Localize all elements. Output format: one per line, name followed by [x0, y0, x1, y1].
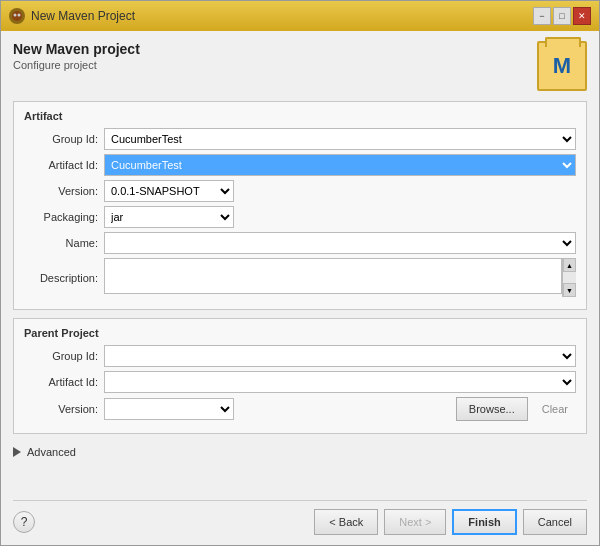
advanced-label[interactable]: Advanced [27, 446, 76, 458]
version-select[interactable]: 0.0.1-SNAPSHOT [104, 180, 234, 202]
parent-section-title: Parent Project [24, 327, 576, 339]
parent-version-row: Version: Browse... Clear [24, 397, 576, 421]
next-button[interactable]: Next > [384, 509, 446, 535]
help-button[interactable]: ? [13, 511, 35, 533]
page-title: New Maven project [13, 41, 140, 57]
browse-button[interactable]: Browse... [456, 397, 528, 421]
parent-version-select[interactable] [104, 398, 234, 420]
parent-artifact-id-label: Artifact Id: [24, 376, 104, 388]
close-button[interactable]: ✕ [573, 7, 591, 25]
parent-panel: Parent Project Group Id: Artifact Id: Ve… [13, 318, 587, 434]
maven-logo-letter: M [553, 53, 571, 79]
description-textarea[interactable] [104, 258, 562, 294]
artifact-panel: Artifact Group Id: CucumberTest Artifact… [13, 101, 587, 310]
group-id-label: Group Id: [24, 133, 104, 145]
window-content: New Maven project Configure project M Ar… [1, 31, 599, 545]
version-row: Version: 0.0.1-SNAPSHOT [24, 180, 576, 202]
name-row: Name: [24, 232, 576, 254]
window-title: New Maven Project [31, 9, 135, 23]
name-select[interactable] [104, 232, 576, 254]
description-scrollbar: ▲ ▼ [562, 258, 576, 297]
cancel-button[interactable]: Cancel [523, 509, 587, 535]
minimize-button[interactable]: − [533, 7, 551, 25]
page-subtitle: Configure project [13, 59, 140, 71]
title-bar: New Maven Project − □ ✕ [1, 1, 599, 31]
group-id-row: Group Id: CucumberTest [24, 128, 576, 150]
parent-group-id-select[interactable] [104, 345, 576, 367]
svg-point-1 [14, 14, 17, 17]
description-row: Description: ▲ ▼ [24, 258, 576, 297]
description-wrapper: ▲ ▼ [104, 258, 576, 297]
artifact-id-label: Artifact Id: [24, 159, 104, 171]
artifact-section-title: Artifact [24, 110, 576, 122]
parent-artifact-id-row: Artifact Id: [24, 371, 576, 393]
advanced-section: Advanced [13, 442, 587, 462]
title-bar-left: New Maven Project [9, 8, 135, 24]
footer-right: < Back Next > Finish Cancel [314, 509, 587, 535]
parent-version-label: Version: [24, 403, 104, 415]
packaging-select[interactable]: jar [104, 206, 234, 228]
app-icon [9, 8, 25, 24]
parent-group-id-row: Group Id: [24, 345, 576, 367]
artifact-id-select[interactable]: CucumberTest [104, 154, 576, 176]
scroll-up-btn[interactable]: ▲ [563, 258, 576, 272]
header-text: New Maven project Configure project [13, 41, 140, 71]
advanced-toggle-icon[interactable] [13, 447, 21, 457]
clear-button[interactable]: Clear [534, 403, 576, 415]
maximize-button[interactable]: □ [553, 7, 571, 25]
svg-point-0 [12, 11, 22, 21]
packaging-row: Packaging: jar [24, 206, 576, 228]
footer: ? < Back Next > Finish Cancel [13, 500, 587, 535]
parent-group-id-label: Group Id: [24, 350, 104, 362]
back-button[interactable]: < Back [314, 509, 378, 535]
svg-point-2 [18, 14, 21, 17]
window: New Maven Project − □ ✕ New Maven projec… [0, 0, 600, 546]
version-label: Version: [24, 185, 104, 197]
parent-artifact-id-select[interactable] [104, 371, 576, 393]
header-section: New Maven project Configure project M [13, 41, 587, 91]
footer-left: ? [13, 511, 35, 533]
artifact-id-row: Artifact Id: CucumberTest [24, 154, 576, 176]
name-label: Name: [24, 237, 104, 249]
scroll-down-btn[interactable]: ▼ [563, 283, 576, 297]
group-id-select[interactable]: CucumberTest [104, 128, 576, 150]
description-label: Description: [24, 272, 104, 284]
finish-button[interactable]: Finish [452, 509, 516, 535]
packaging-label: Packaging: [24, 211, 104, 223]
maven-logo: M [537, 41, 587, 91]
title-bar-controls: − □ ✕ [533, 7, 591, 25]
